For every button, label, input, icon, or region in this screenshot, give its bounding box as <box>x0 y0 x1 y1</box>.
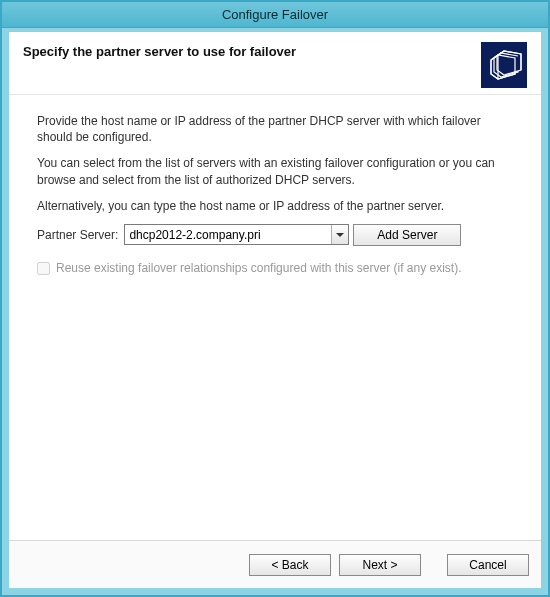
folder-stack-icon <box>481 42 527 88</box>
next-button[interactable]: Next > <box>339 554 421 576</box>
reuse-relationships-row: Reuse existing failover relationships co… <box>37 260 519 276</box>
partner-server-input[interactable] <box>125 225 331 244</box>
add-server-button[interactable]: Add Server <box>353 224 461 246</box>
back-button[interactable]: < Back <box>249 554 331 576</box>
wizard-content: Provide the host name or IP address of t… <box>9 95 541 540</box>
partner-server-dropdown-button[interactable] <box>331 225 348 244</box>
partner-server-label: Partner Server: <box>37 227 118 243</box>
wizard-header: Specify the partner server to use for fa… <box>9 32 541 95</box>
reuse-relationships-label: Reuse existing failover relationships co… <box>56 260 462 276</box>
reuse-relationships-checkbox <box>37 262 50 275</box>
description-3: Alternatively, you can type the host nam… <box>37 198 519 214</box>
wizard-footer: < Back Next > Cancel <box>9 540 541 588</box>
dialog-window: Configure Failover Specify the partner s… <box>0 0 550 597</box>
page-title: Specify the partner server to use for fa… <box>23 42 481 59</box>
dialog-inner: Specify the partner server to use for fa… <box>2 28 548 595</box>
cancel-button[interactable]: Cancel <box>447 554 529 576</box>
partner-server-combo[interactable] <box>124 224 349 245</box>
window-title: Configure Failover <box>222 7 328 22</box>
partner-server-row: Partner Server: Add Server <box>37 224 519 246</box>
description-2: You can select from the list of servers … <box>37 155 519 187</box>
description-1: Provide the host name or IP address of t… <box>37 113 519 145</box>
titlebar[interactable]: Configure Failover <box>2 2 548 28</box>
